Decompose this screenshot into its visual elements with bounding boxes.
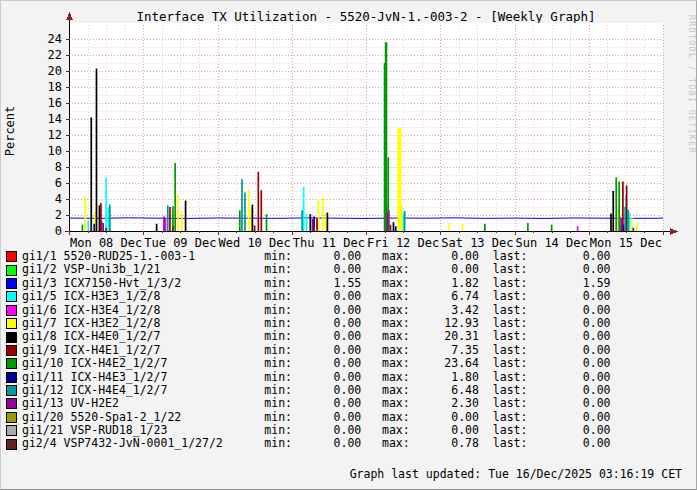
y-axis-arrow: [66, 12, 73, 20]
legend-row: gi1/1 5520-RUD25-1.-003-1 min: 0.00 max:…: [6, 250, 666, 263]
series-color-swatch: [6, 439, 17, 450]
y-tick-label: 2: [55, 208, 62, 222]
y-tick-label: 20: [48, 64, 62, 78]
y-tick-label: 24: [48, 32, 62, 46]
y-tick-label: 16: [48, 96, 62, 110]
series-color-swatch: [6, 278, 17, 289]
x-tick-label: Tue 09 Dec: [144, 236, 216, 250]
legend-row: gi1/6 ICX-H3E4_1/2/8 min: 0.00 max: 3.42…: [6, 304, 666, 317]
series-color-swatch: [6, 305, 17, 316]
legend-row: gi1/11 ICX-H4E3_1/2/7 min: 0.00 max: 1.8…: [6, 371, 666, 384]
legend-text: gi1/11 ICX-H4E3_1/2/7 min: 0.00 max: 1.8…: [22, 371, 611, 384]
series-color-swatch: [6, 291, 17, 302]
y-tick-label: 18: [48, 80, 62, 94]
y-tick-label: 4: [55, 192, 62, 206]
legend-row: gi2/4 VSP7432-JvN-0001_1/27/2 min: 0.00 …: [6, 437, 666, 450]
x-tick-label: Sat 13 Dec: [441, 236, 513, 250]
y-tick-label: 12: [48, 128, 62, 142]
legend-row: gi1/8 ICX-H4E0_1/2/7 min: 0.00 max: 20.3…: [6, 330, 666, 343]
series-color-swatch: [6, 372, 17, 383]
legend-text: gi1/1 5520-RUD25-1.-003-1 min: 0.00 max:…: [22, 250, 611, 263]
series-color-swatch: [6, 251, 17, 262]
legend-text: gi1/13 UV-H2E2 min: 0.00 max: 2.30 last:…: [22, 397, 611, 410]
legend-row: gi1/5 ICX-H3E3_1/2/8 min: 0.00 max: 6.74…: [6, 290, 666, 303]
x-tick-label: Wed 10 Dec: [219, 236, 291, 250]
rrdtool-watermark: RRDTOOL / TOBI OETIKER: [687, 15, 696, 154]
y-tick-label: 0: [55, 224, 62, 238]
y-tick-label: 6: [55, 176, 62, 190]
series-color-swatch: [6, 385, 17, 396]
x-axis-arrow: [670, 228, 678, 235]
series-color-swatch: [6, 345, 17, 356]
y-tick-label: 14: [48, 112, 62, 126]
legend-row: gi1/12 ICX-H4E4_1/2/7 min: 0.00 max: 6.4…: [6, 384, 666, 397]
legend-text: gi1/3 ICX7150-Hvt_1/3/2 min: 1.55 max: 1…: [22, 277, 611, 290]
legend-text: gi1/12 ICX-H4E4_1/2/7 min: 0.00 max: 6.4…: [22, 384, 611, 397]
series-color-swatch: [6, 425, 17, 436]
series-color-swatch: [6, 412, 17, 423]
legend-text: gi2/4 VSP7432-JvN-0001_1/27/2 min: 0.00 …: [22, 437, 611, 450]
series-color-swatch: [6, 332, 17, 343]
legend-row: gi1/13 UV-H2E2 min: 0.00 max: 2.30 last:…: [6, 397, 666, 410]
legend-text: gi1/10 ICX-H4E2_1/2/7 min: 0.00 max: 23.…: [22, 357, 611, 370]
y-tick-label: 8: [55, 160, 62, 174]
legend-text: gi1/6 ICX-H3E4_1/2/8 min: 0.00 max: 3.42…: [22, 304, 611, 317]
last-updated-text: Graph last updated: Tue 16/Dec/2025 03:1…: [350, 467, 682, 481]
series-color-swatch: [6, 398, 17, 409]
y-tick-label: 10: [48, 144, 62, 158]
x-tick-label: Fri 12 Dec: [367, 236, 439, 250]
series-color-swatch: [6, 358, 17, 369]
rrdtool-graph: Interface TX Utilization - 5520-JvN-1.-0…: [0, 0, 697, 490]
series-color-swatch: [6, 318, 17, 329]
y-tick-label: 22: [48, 48, 62, 62]
legend: gi1/1 5520-RUD25-1.-003-1 min: 0.00 max:…: [6, 250, 666, 451]
x-tick-label: Thu 11 Dec: [293, 236, 365, 250]
legend-row: gi1/21 VSP-RUD18_1/23 min: 0.00 max: 0.0…: [6, 424, 666, 437]
legend-row: gi1/20 5520-Spa1-2_1/22 min: 0.00 max: 0…: [6, 411, 666, 424]
y-axis-label: Percent: [3, 106, 17, 157]
legend-text: gi1/5 ICX-H3E3_1/2/8 min: 0.00 max: 6.74…: [22, 290, 611, 303]
legend-text: gi1/20 5520-Spa1-2_1/22 min: 0.00 max: 0…: [22, 411, 611, 424]
x-tick-label: Sun 14 Dec: [516, 236, 588, 250]
legend-text: gi1/2 VSP-Uni3b_1/21 min: 0.00 max: 0.00…: [22, 263, 611, 276]
legend-row: gi1/7 ICX-H3E2_1/2/8 min: 0.00 max: 12.9…: [6, 317, 666, 330]
x-tick-label: Mon 08 Dec: [70, 236, 142, 250]
legend-text: gi1/8 ICX-H4E0_1/2/7 min: 0.00 max: 20.3…: [22, 330, 611, 343]
legend-row: gi1/2 VSP-Uni3b_1/21 min: 0.00 max: 0.00…: [6, 263, 666, 276]
utilization-chart: 024681012141618202224Mon 08 DecTue 09 De…: [1, 1, 697, 251]
legend-text: gi1/21 VSP-RUD18_1/23 min: 0.00 max: 0.0…: [22, 424, 611, 437]
legend-row: gi1/9 ICX-H4E1_1/2/7 min: 0.00 max: 7.35…: [6, 344, 666, 357]
legend-text: gi1/9 ICX-H4E1_1/2/7 min: 0.00 max: 7.35…: [22, 344, 611, 357]
series-color-swatch: [6, 265, 17, 276]
x-tick-label: Mon 15 Dec: [590, 236, 662, 250]
legend-row: gi1/10 ICX-H4E2_1/2/7 min: 0.00 max: 23.…: [6, 357, 666, 370]
legend-text: gi1/7 ICX-H3E2_1/2/8 min: 0.00 max: 12.9…: [22, 317, 611, 330]
legend-row: gi1/3 ICX7150-Hvt_1/3/2 min: 1.55 max: 1…: [6, 277, 666, 290]
